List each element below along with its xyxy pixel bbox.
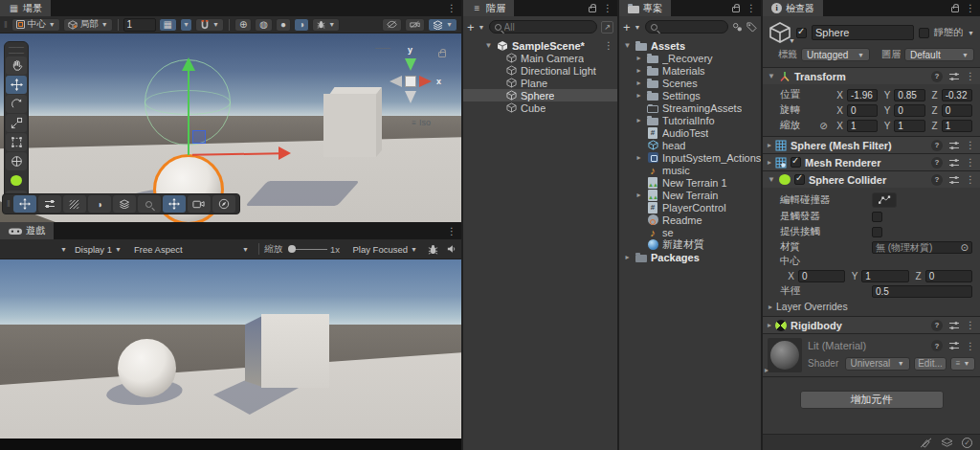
gizmo-lock-icon[interactable]: [438, 52, 446, 57]
create-caret[interactable]: ▼: [479, 24, 485, 31]
grid-visibility-button[interactable]: ▦: [159, 18, 177, 32]
overlay-drag-handle[interactable]: ‖: [7, 199, 11, 209]
fold-arrow-icon[interactable]: ▼: [623, 41, 632, 50]
transform-tool-button[interactable]: [6, 152, 27, 170]
kebab-icon[interactable]: ⋮: [966, 157, 975, 168]
project-item[interactable]: ▸_Recovery: [619, 52, 761, 64]
active-checkbox[interactable]: [796, 28, 807, 38]
create-button[interactable]: +: [467, 20, 475, 34]
create-button[interactable]: +: [623, 20, 631, 34]
tab-scene[interactable]: ▦ 場景: [0, 0, 51, 16]
scale-tool-button[interactable]: [6, 114, 27, 132]
object-picker-icon[interactable]: ⊙: [961, 242, 969, 253]
gizmo-negx-cone[interactable]: [384, 76, 402, 87]
presets-icon[interactable]: [948, 175, 960, 185]
view-tool-button[interactable]: [6, 56, 27, 75]
link-scale-icon[interactable]: ⊘: [816, 121, 831, 131]
layer-overrides-foldout[interactable]: Layer Overrides: [776, 301, 848, 312]
create-caret[interactable]: ▼: [635, 24, 641, 31]
game-menu-kebab-icon[interactable]: ⋮: [447, 226, 457, 236]
is-trigger-checkbox[interactable]: [872, 212, 882, 222]
assets-root-row[interactable]: ▼ Assets: [619, 39, 761, 52]
help-icon[interactable]: ?: [931, 320, 943, 331]
scene-menu-kebab-icon[interactable]: ⋮: [447, 3, 457, 13]
layer-dropdown[interactable]: Default▼: [904, 48, 974, 61]
rotate-tool-button[interactable]: [6, 95, 27, 113]
tab-hierarchy[interactable]: ≡ 階層: [463, 0, 514, 16]
project-searchbox[interactable]: [645, 20, 728, 34]
shader-dropdown[interactable]: Universal R▼: [845, 357, 910, 371]
shading-mode-button[interactable]: ⊕: [234, 18, 252, 32]
project-item[interactable]: StreamingAssets: [619, 101, 761, 114]
project-menu-kebab-icon[interactable]: ⋮: [746, 3, 756, 13]
overlay-drag-handle[interactable]: ————: [9, 44, 24, 56]
project-item[interactable]: head: [619, 139, 761, 151]
gizmo-x-cone[interactable]: [419, 76, 437, 87]
lock-icon[interactable]: [732, 7, 740, 12]
cube-object[interactable]: [323, 94, 376, 157]
scale-y-field[interactable]: 1: [894, 120, 924, 132]
project-item[interactable]: ▸Scenes: [619, 77, 761, 89]
hierarchy-item[interactable]: Directional Light: [463, 64, 617, 77]
tab-inspector[interactable]: i 檢查器: [763, 0, 823, 16]
particles-overlay-button[interactable]: [113, 195, 136, 213]
kebab-icon[interactable]: ⋮: [966, 320, 975, 330]
material-foldout-arrow[interactable]: ▸: [765, 366, 768, 374]
position-y-field[interactable]: 0.85: [894, 89, 924, 101]
tab-project[interactable]: 專案: [619, 0, 671, 16]
layers-dropdown-button[interactable]: ▼: [428, 18, 457, 32]
lock-icon[interactable]: [951, 7, 959, 12]
zoom-slider[interactable]: [285, 244, 327, 254]
center-z-field[interactable]: 0: [925, 270, 972, 282]
rect-tool-button[interactable]: [6, 133, 27, 151]
game-mode-caret[interactable]: ▼: [60, 246, 67, 253]
package-manager-icon[interactable]: [941, 438, 953, 448]
hierarchy-item-selected[interactable]: Sphere: [463, 89, 617, 101]
project-item[interactable]: ▸Settings: [619, 89, 761, 101]
tab-game[interactable]: 遊戲: [0, 222, 54, 239]
presets-icon[interactable]: [948, 158, 960, 168]
transform-header[interactable]: ▼ Transform ? ⋮: [763, 67, 980, 84]
collab-disabled-icon[interactable]: [920, 438, 932, 448]
orientation-dropdown[interactable]: 局部▼: [63, 18, 113, 32]
search-by-type-button[interactable]: [732, 22, 743, 33]
translate-x-arrow[interactable]: [278, 146, 298, 160]
add-component-button[interactable]: 增加元件: [800, 391, 944, 409]
projection-indicator[interactable]: ≡ Iso: [412, 118, 431, 127]
snap-button[interactable]: ▼: [195, 18, 224, 32]
activity-check-icon[interactable]: ✓: [962, 438, 972, 448]
tag-dropdown[interactable]: Untagged▼: [801, 48, 870, 61]
hierarchy-item[interactable]: Cube: [463, 101, 617, 114]
rigidbody-header[interactable]: ▸ Rigidbody ? ⋮: [763, 316, 980, 333]
camera-move-overlay-button[interactable]: [163, 195, 186, 213]
gizmo-y-cone[interactable]: [405, 58, 416, 77]
2d-toggle-button[interactable]: ●: [276, 18, 291, 32]
project-item[interactable]: 新建材質: [619, 238, 761, 251]
hierarchy-search-input[interactable]: [504, 22, 591, 33]
tool-size-field[interactable]: 1: [123, 18, 156, 32]
lock-icon[interactable]: [589, 7, 596, 12]
help-icon[interactable]: ?: [931, 174, 943, 186]
presets-icon[interactable]: [948, 341, 960, 350]
shader-edit-button[interactable]: Edit...: [914, 357, 947, 371]
scale-z-field[interactable]: 1: [942, 120, 972, 132]
hierarchy-item[interactable]: Plane: [463, 77, 617, 89]
grid-visibility-caret[interactable]: ▼: [180, 18, 192, 32]
orientation-gizmo[interactable]: —— y x: [375, 43, 448, 124]
project-item[interactable]: ▸InputSystem_Actions: [619, 151, 761, 164]
project-search-input[interactable]: [660, 22, 723, 33]
packages-root-row[interactable]: ▸ Packages: [619, 251, 761, 263]
compass-overlay-button[interactable]: [212, 195, 235, 213]
hierarchy-item[interactable]: Main Camera: [463, 52, 617, 64]
component-enabled-checkbox[interactable]: [794, 174, 805, 185]
sliders-overlay-button[interactable]: [38, 195, 61, 213]
inspector-menu-kebab-icon[interactable]: ⋮: [966, 3, 975, 13]
presets-icon[interactable]: [948, 321, 960, 330]
physic-material-field[interactable]: 無 (物理材質) ⊙: [872, 241, 972, 254]
translate-y-arrow[interactable]: [182, 51, 195, 71]
play-focused-dropdown[interactable]: Play Focused▼: [348, 242, 423, 256]
rotation-y-field[interactable]: 0: [894, 104, 924, 117]
hierarchy-menu-kebab-icon[interactable]: ⋮: [603, 3, 612, 13]
kebab-icon[interactable]: ⋮: [966, 140, 975, 150]
edit-collider-button[interactable]: [872, 192, 897, 208]
